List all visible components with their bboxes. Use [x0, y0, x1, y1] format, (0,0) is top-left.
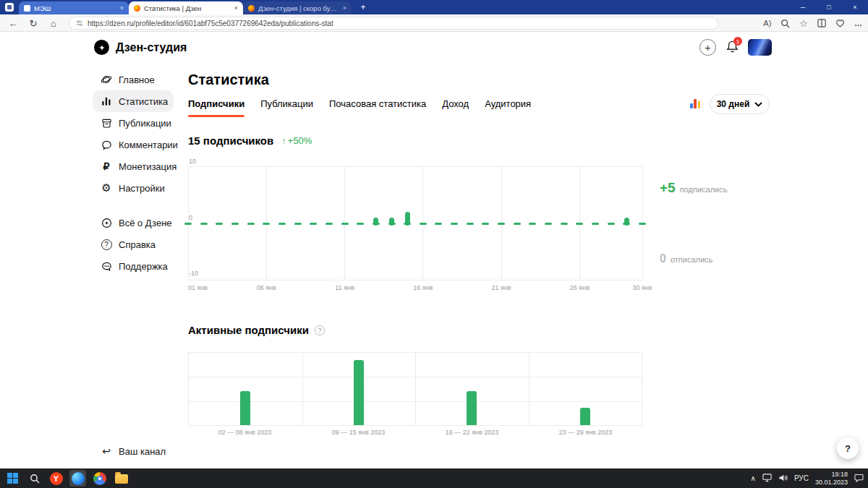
- sidebar-item-label: Главное: [119, 74, 155, 85]
- subscriber-bar: [373, 218, 378, 226]
- sidebar-item-settings[interactable]: ⚙ Настройки: [93, 177, 174, 199]
- volume-icon[interactable]: [778, 472, 788, 485]
- notification-center-icon[interactable]: [854, 472, 864, 485]
- close-tab-icon[interactable]: ×: [343, 4, 346, 12]
- gained-value: +5: [660, 180, 676, 196]
- read-aloud-icon[interactable]: A): [763, 19, 771, 27]
- active-subscribers-bar: [467, 391, 477, 425]
- tab-search-icon[interactable]: [5, 3, 14, 12]
- zoom-icon[interactable]: [780, 19, 790, 28]
- sidebar-item-statistics[interactable]: Статистика: [93, 90, 174, 112]
- sidebar-item-your-channel[interactable]: ↩ Ваш канал: [93, 440, 174, 462]
- browser-tab-statistics[interactable]: Статистика | Дзен ×: [129, 1, 243, 14]
- zero-dash: [310, 223, 317, 225]
- taskbar-app-browser-active[interactable]: [69, 470, 86, 487]
- tab-favicon: [24, 5, 30, 12]
- clock[interactable]: 19:18 30.01.2023: [815, 471, 848, 486]
- chart-icon-bar-blue: [690, 103, 693, 108]
- sidebar-item-monetization[interactable]: ₽ Монетизация: [93, 155, 174, 177]
- split-screen-icon[interactable]: [817, 19, 826, 27]
- sidebar-item-about-dzen[interactable]: Всё о Дзене: [93, 212, 174, 234]
- zero-dash: [529, 223, 536, 225]
- return-arrow-icon: ↩: [100, 445, 113, 457]
- dzen-favicon: [134, 5, 140, 12]
- taskbar-app-yandex[interactable]: Y: [48, 470, 64, 487]
- taskbar-app-explorer[interactable]: [113, 470, 129, 487]
- toolbar-icons: A) ☆ …: [763, 14, 862, 32]
- close-tab-icon[interactable]: ×: [120, 4, 124, 12]
- app-logo[interactable]: Дзен-студия: [94, 40, 187, 55]
- home-button[interactable]: ⌂: [45, 14, 62, 32]
- help-floating-button[interactable]: ?: [837, 437, 859, 459]
- browser-tab-studio[interactable]: Дзен-студия | скоро будет стр… ×: [243, 1, 352, 14]
- date-text: 30.01.2023: [815, 479, 848, 487]
- reload-button[interactable]: ↻: [25, 14, 42, 32]
- create-post-button[interactable]: +: [699, 39, 716, 56]
- profile-avatar[interactable]: [748, 39, 772, 56]
- address-bar[interactable]: https://dzen.ru/profile/editor/id/601abf…: [69, 17, 718, 30]
- taskbar-app-chrome[interactable]: [91, 470, 108, 487]
- y-tick-label: 10: [189, 158, 196, 165]
- tab-hourly-statistics[interactable]: Почасовая статистика: [329, 98, 426, 117]
- browser-tab-bar: МЭШ × Статистика | Дзен × Дзен-студия | …: [0, 0, 868, 14]
- active-subscribers-bar: [580, 408, 590, 425]
- back-button[interactable]: ←: [4, 14, 22, 32]
- tab-income[interactable]: Доход: [442, 98, 469, 117]
- tab-publications[interactable]: Публикации: [260, 98, 313, 117]
- taskbar-search-button[interactable]: [26, 470, 43, 487]
- bar-chart-icon: [100, 96, 113, 106]
- favorites-icon[interactable]: ☆: [799, 18, 808, 29]
- sidebar-item-help[interactable]: ? Справка: [93, 234, 174, 255]
- zero-dash: [294, 223, 302, 225]
- question-circle-icon: ?: [100, 239, 113, 250]
- sidebar-item-publications[interactable]: Публикации: [93, 112, 174, 134]
- browser-icon: [72, 472, 85, 485]
- lost-label: отписались: [671, 255, 712, 264]
- gained-label: подписались: [680, 185, 728, 194]
- zero-dash: [420, 223, 427, 225]
- language-indicator[interactable]: РУС: [794, 474, 809, 482]
- network-icon[interactable]: [762, 472, 772, 485]
- more-menu-icon[interactable]: …: [854, 19, 862, 27]
- yandex-icon: Y: [50, 472, 63, 485]
- period-selector-button[interactable]: 30 дней: [710, 94, 770, 114]
- x-tick-label: 30 янв: [626, 284, 658, 291]
- colored-chart-icon[interactable]: [690, 98, 702, 108]
- week-label: 16 — 22 янв 2023: [446, 429, 499, 436]
- zero-dash: [263, 223, 270, 225]
- statistics-tabs: Подписчики Публикации Почасовая статисти…: [188, 98, 531, 117]
- app-name: Дзен-студия: [116, 41, 187, 54]
- speech-bubble-icon: [100, 140, 113, 150]
- sidebar-item-label: Справка: [119, 239, 156, 250]
- hidden-icons-chevron[interactable]: ∧: [751, 474, 756, 482]
- tab-subscribers[interactable]: Подписчики: [188, 98, 244, 117]
- close-window-button[interactable]: ×: [842, 0, 868, 14]
- sidebar-item-comments[interactable]: Комментарии: [93, 134, 174, 155]
- lost-subscribers: 0 отписались: [660, 252, 712, 265]
- zero-dash: [326, 223, 333, 225]
- sidebar-item-label: Публикации: [119, 118, 171, 129]
- new-tab-button[interactable]: +: [357, 1, 369, 13]
- zero-dash: [184, 223, 192, 225]
- info-icon[interactable]: ?: [315, 325, 325, 335]
- sidebar-item-support[interactable]: Поддержка: [93, 255, 174, 277]
- y-tick-label: 0: [189, 214, 192, 221]
- site-info-icon[interactable]: [76, 20, 83, 27]
- chart-bottom-border: [188, 280, 642, 281]
- browser-essentials-icon[interactable]: [835, 19, 845, 27]
- chrome-icon: [93, 472, 106, 485]
- week-label: 23 — 29 янв 2023: [559, 429, 613, 436]
- dzen-favicon: [248, 5, 255, 12]
- x-tick-label: 06 янв: [250, 284, 282, 291]
- windows-logo-icon: [7, 473, 19, 484]
- close-tab-icon[interactable]: ×: [234, 4, 238, 12]
- start-button[interactable]: [4, 470, 21, 487]
- sidebar-item-main[interactable]: Главное: [93, 69, 174, 90]
- tab-audience[interactable]: Аудитория: [485, 98, 531, 117]
- notifications-button[interactable]: 1: [726, 40, 740, 54]
- minimize-button[interactable]: ─: [790, 0, 816, 14]
- zero-dash: [216, 223, 223, 225]
- ruble-icon: ₽: [100, 160, 113, 172]
- browser-tab-mesh[interactable]: МЭШ ×: [19, 1, 129, 14]
- maximize-button[interactable]: □: [816, 0, 842, 14]
